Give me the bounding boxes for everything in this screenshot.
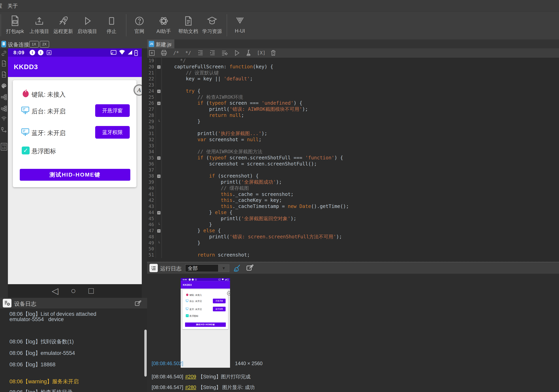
run-script-icon[interactable] — [233, 49, 241, 57]
variables-icon[interactable]: [X] — [257, 49, 266, 57]
device-log-expand-icon[interactable] — [135, 300, 141, 307]
code-line: 19 */ — [147, 58, 559, 64]
nav-recents-icon[interactable]: □ — [88, 286, 94, 296]
code-line: 40 // 缓存截图 — [147, 185, 559, 191]
run-log-entry: [08:08:46.547]#280【String】 图片显示: 成功 — [152, 384, 255, 391]
palette-icon[interactable] — [0, 82, 8, 90]
wifi-icon[interactable] — [0, 114, 8, 123]
device-log-icon — [3, 299, 11, 308]
node-tree-icon[interactable] — [0, 93, 8, 102]
code-text: this._cacheKey = key; — [162, 197, 559, 203]
code-text — [162, 82, 559, 88]
fold-marker: └ — [156, 119, 162, 125]
tab-close-icon[interactable]: × — [169, 41, 172, 47]
device-mirror[interactable]: 8:09 i i A KKDD3 键鼠: 未接入 后台: 未开启 开悬浮窗 蓝牙… — [8, 48, 142, 298]
code-line: 24− try { — [147, 88, 559, 94]
run-log-title: 运行日志 — [160, 265, 181, 272]
fold-gutter — [156, 143, 162, 149]
test-hid-home-button[interactable]: 测试HID-HOME键 — [20, 169, 130, 181]
outdent-icon[interactable] — [196, 49, 205, 57]
log-ref-link[interactable]: #209 — [185, 374, 196, 379]
signal-icon — [127, 50, 133, 55]
log-filter-select[interactable]: 全部 — [185, 264, 221, 272]
phone-screen: 8:09 i i A KKDD3 键鼠: 未接入 后台: 未开启 开悬浮窗 蓝牙… — [8, 48, 142, 298]
run-log-expand-icon[interactable] — [246, 264, 254, 271]
fold-marker[interactable]: − — [156, 64, 162, 70]
float-icon-checkbox[interactable]: ✓ — [186, 314, 189, 317]
hui-button[interactable]: H-UI — [225, 14, 255, 37]
stop-button[interactable]: 停止 — [97, 14, 126, 37]
fold-gutter — [156, 216, 162, 222]
code-text: if (typeof screen.screenShotFull === 'fu… — [162, 155, 559, 161]
device-log-header: 设备日志 — [0, 298, 147, 308]
mouse-status-label: 键鼠: 未接入 — [189, 294, 202, 297]
log-ref-link[interactable]: #280 — [185, 384, 196, 390]
menu-item-partial[interactable]: 置 — [0, 3, 2, 9]
mouse-icon — [186, 293, 189, 296]
device-log-scrollbar[interactable] — [144, 330, 147, 377]
nav-home-icon[interactable]: ○ — [71, 286, 76, 296]
apk-file-icon[interactable]: APK — [0, 59, 8, 68]
run-log-list[interactable]: 8:08 i i A KKDD3 键鼠: 未接入 后台: 未开启 开悬浮窗 蓝牙… — [147, 274, 559, 392]
open-float-window-button[interactable]: 开悬浮窗 — [95, 104, 130, 117]
chevron-down-icon[interactable]: ▼ — [218, 264, 229, 272]
scale-1x-button[interactable]: 1X — [29, 41, 39, 47]
hid-tree-icon[interactable]: HID — [0, 104, 8, 113]
new-file-icon[interactable] — [148, 49, 156, 57]
code-text: screenshot = screen.screenShotFull(); — [162, 161, 559, 167]
line-number: 40 — [147, 185, 156, 191]
bluetooth-status-label: 蓝牙: 未开启 — [32, 129, 65, 137]
fold-marker[interactable]: − — [156, 173, 162, 179]
menu-bar: 置 关于 — [0, 0, 559, 11]
comment-end-icon[interactable]: */ — [184, 49, 193, 57]
fold-marker[interactable]: − — [156, 88, 162, 94]
code-text: printl('执行全屏截图...'); — [162, 131, 559, 137]
line-number: 51 — [147, 252, 156, 258]
fold-gutter — [156, 76, 162, 82]
code-editor[interactable]: 19 */20− captureFullScreen: function(key… — [147, 58, 559, 262]
app-title: KKDD3 — [14, 63, 38, 71]
fold-marker[interactable]: − — [156, 100, 162, 106]
clear-log-trash-icon[interactable] — [269, 49, 278, 57]
device-log-list[interactable]: 08:06【log】List of devices attached emula… — [0, 308, 147, 392]
usb-cable-icon[interactable] — [0, 126, 8, 134]
line-number: 43 — [147, 203, 156, 210]
code-text: // 缓存截图 — [162, 185, 559, 191]
fold-marker[interactable]: − — [156, 210, 162, 216]
floating-avatar-icon[interactable]: A — [227, 291, 230, 295]
link-icon[interactable] — [0, 49, 8, 58]
bluetooth-permission-button[interactable]: 蓝牙权限 — [95, 126, 130, 139]
menu-item-about[interactable]: 关于 — [8, 3, 18, 9]
stop-icon — [97, 14, 126, 28]
yolo-icon[interactable]: YO LO — [0, 141, 8, 152]
tab-title: 新建.js — [156, 41, 171, 48]
test-flask-icon[interactable] — [244, 49, 253, 57]
fold-guide-line — [161, 58, 162, 258]
ide-window: 置 关于 APK 打包apk 上传项目 远程更新 启动项目 停止 官网 — [0, 0, 559, 392]
nav-back-icon[interactable]: ◁ — [52, 286, 58, 296]
fold-marker[interactable]: − — [156, 155, 162, 161]
tab-new-js[interactable]: JS 新建.js × — [147, 39, 174, 48]
bluetooth-permission-button[interactable]: 蓝牙权限 — [213, 307, 226, 311]
code-line: 45 printl('全屏截图返回空对象'); — [147, 216, 559, 222]
indent-icon[interactable] — [208, 49, 217, 57]
backend-status-label: 后台: 未开启 — [189, 300, 202, 303]
runlog-thumbnail[interactable]: 8:08 i i A KKDD3 键鼠: 未接入 后台: 未开启 开悬浮窗 蓝牙… — [181, 278, 230, 368]
fold-marker[interactable]: − — [156, 228, 162, 234]
code-text: printl('错误: screen.screenShotFull方法不可用')… — [162, 234, 559, 240]
open-float-window-button[interactable]: 开悬浮窗 — [213, 299, 226, 303]
scale-2x-button[interactable]: 2X — [40, 41, 49, 47]
code-line: 27 printl('错误: AIWROK截图模块不可用'); — [147, 106, 559, 112]
print-icon[interactable] — [159, 49, 168, 57]
fold-gutter — [156, 137, 162, 143]
clear-log-broom-icon[interactable] — [233, 264, 241, 272]
test-hid-home-button[interactable]: 测试HID-HOME键 — [185, 322, 226, 327]
fold-gutter — [156, 191, 162, 197]
comment-start-icon[interactable]: /* — [172, 49, 180, 57]
backend-status-label: 后台: 未开启 — [32, 107, 65, 115]
line-number: 34 — [147, 149, 156, 155]
learning-resources-button[interactable]: 学习资源 — [197, 14, 227, 37]
format-code-icon[interactable] — [220, 49, 229, 57]
float-icon-checkbox[interactable]: ✓ — [22, 147, 30, 154]
xml-file-icon[interactable]: XML — [0, 70, 8, 79]
